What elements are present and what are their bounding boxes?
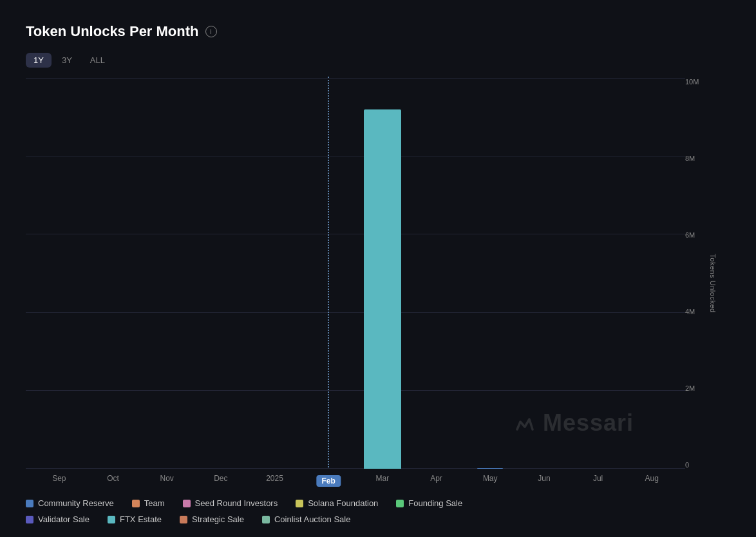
x-label-nov: Nov <box>140 474 194 483</box>
chart-area: Feb <box>26 78 730 488</box>
x-label-oct: Oct <box>86 474 140 483</box>
x-label-may: May <box>463 474 517 483</box>
info-icon[interactable]: i <box>205 26 217 37</box>
chart-plot: Feb <box>26 78 685 488</box>
legend-validator-sale: Validator Sale <box>26 514 90 524</box>
x-label-sep: Sep <box>32 474 86 483</box>
legend-team: Team <box>132 498 165 508</box>
strategic-sale-dot <box>180 516 187 523</box>
bar-2025 <box>248 78 302 469</box>
time-filter-group: 1Y 3Y ALL <box>26 53 730 68</box>
coinlist-label: Coinlist Auction Sale <box>274 514 351 524</box>
team-dot <box>132 500 140 507</box>
legend-coinlist: Coinlist Auction Sale <box>262 514 351 524</box>
bar-apr <box>410 78 464 469</box>
y-label-6m: 6M <box>685 231 695 239</box>
bar-may <box>463 78 517 469</box>
messari-text: Messari <box>543 410 634 437</box>
bar-sep <box>32 78 86 469</box>
legend-community-reserve: Community Reserve <box>26 498 114 508</box>
ftx-estate-label: FTX Estate <box>120 514 162 524</box>
y-axis-right: 10M 8M 6M 4M 2M 0 Tokens Unlocked <box>685 78 730 488</box>
legend-row-2: Validator Sale FTX Estate Strategic Sale… <box>26 514 730 524</box>
validator-sale-label: Validator Sale <box>38 514 90 524</box>
chart-inner: Feb <box>26 78 685 488</box>
community-reserve-label: Community Reserve <box>38 498 114 508</box>
y-label-10m: 10M <box>685 78 699 86</box>
y-label-8m: 8M <box>685 155 695 162</box>
ftx-estate-dot <box>108 516 115 523</box>
x-label-apr: Apr <box>410 474 464 483</box>
solana-foundation-label: Solana Foundation <box>308 498 378 508</box>
community-reserve-dot <box>26 500 33 507</box>
chart-title: Token Unlocks Per Month <box>26 23 199 40</box>
x-label-dec: Dec <box>194 474 248 483</box>
legend-ftx-estate: FTX Estate <box>108 514 162 524</box>
x-label-2025: 2025 <box>248 474 302 483</box>
bar-mar <box>355 78 410 469</box>
mar-bar <box>364 109 401 469</box>
bar-dec <box>194 78 248 469</box>
y-axis-title: Tokens Unlocked <box>708 254 716 312</box>
team-label: Team <box>144 498 165 508</box>
legend-seed-round: Seed Round Investors <box>183 498 278 508</box>
y-label-2m: 2M <box>685 384 695 392</box>
seed-round-label: Seed Round Investors <box>195 498 278 508</box>
coinlist-dot <box>262 516 270 523</box>
x-label-jul: Jul <box>571 474 625 483</box>
y-label-0: 0 <box>685 461 689 469</box>
strategic-sale-label: Strategic Sale <box>192 514 244 524</box>
bar-nov <box>140 78 194 469</box>
messari-logo-icon <box>513 411 536 435</box>
bar-oct <box>86 78 140 469</box>
time-btn-1y[interactable]: 1Y <box>26 53 52 68</box>
y-axis-labels: 10M 8M 6M 4M 2M 0 <box>685 78 699 469</box>
x-label-mar: Mar <box>355 474 410 483</box>
bar-feb: Feb <box>301 78 355 469</box>
legend-area: Community Reserve Team Seed Round Invest… <box>26 498 730 524</box>
founding-sale-dot <box>396 500 404 507</box>
legend-strategic-sale: Strategic Sale <box>180 514 244 524</box>
legend-founding-sale: Founding Sale <box>396 498 462 508</box>
x-label-aug: Aug <box>625 474 679 483</box>
x-label-jun: Jun <box>517 474 571 483</box>
seed-round-dot <box>183 500 191 507</box>
x-axis: Sep Oct Nov Dec 2025 Mar Apr May Jun Jul… <box>26 469 685 488</box>
time-btn-3y[interactable]: 3Y <box>54 53 80 68</box>
solana-foundation-dot <box>296 500 303 507</box>
messari-watermark: Messari <box>513 410 634 437</box>
feb-dotted-line <box>328 77 329 467</box>
y-label-4m: 4M <box>685 308 695 316</box>
time-btn-all[interactable]: ALL <box>82 53 113 68</box>
founding-sale-label: Founding Sale <box>408 498 462 508</box>
legend-solana-foundation: Solana Foundation <box>296 498 378 508</box>
legend-row-1: Community Reserve Team Seed Round Invest… <box>26 498 730 508</box>
validator-sale-dot <box>26 516 33 523</box>
